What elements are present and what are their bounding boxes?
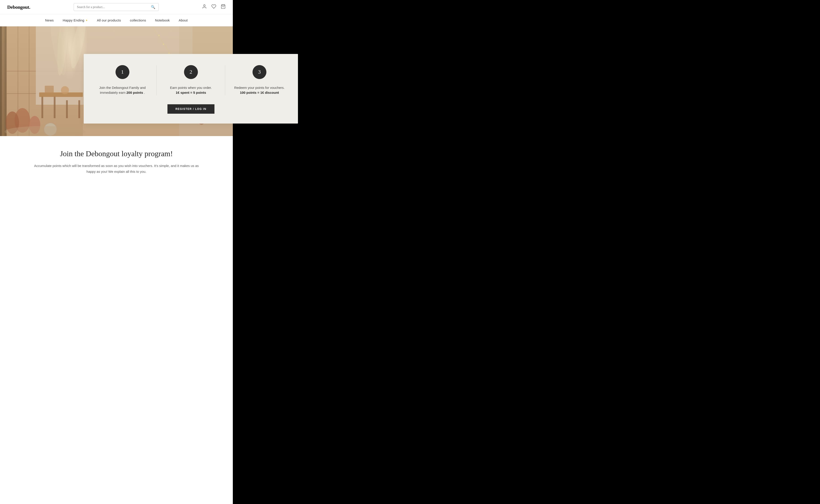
svg-point-38 [163,44,164,45]
loyalty-description: Accumulate points which will be transfor… [31,163,201,174]
svg-point-20 [61,86,69,94]
cart-icon[interactable] [221,4,226,10]
svg-rect-14 [41,96,43,118]
svg-rect-3 [0,26,7,136]
nav-item-happy-ending[interactable]: Happy Ending ✦ [63,18,88,22]
nav-item-news[interactable]: News [45,18,54,22]
svg-point-37 [158,35,160,36]
svg-point-12 [65,26,78,69]
svg-rect-17 [78,100,80,118]
step-3-circle: 3 [253,65,266,79]
step-2: 2 Earn points when you order. 1€ spent =… [161,65,221,95]
search-input[interactable] [77,5,151,9]
main-content: Join the Debongout loyalty program! Accu… [0,136,233,183]
header-icons [202,4,226,10]
steps-row: 1 Join the Debongout Family and immediat… [93,65,289,95]
nav-item-about[interactable]: About [179,18,188,22]
wishlist-icon[interactable] [211,4,216,10]
step-1-text: Join the Debongout Family and immediatel… [93,85,152,95]
step-3-text: Redeem your points for vouchers. 100 poi… [234,85,285,95]
step-1: 1 Join the Debongout Family and immediat… [93,65,152,95]
main-nav: News Happy Ending ✦ All our products col… [0,14,233,26]
svg-point-24 [44,123,57,136]
nav-item-all-products[interactable]: All our products [97,18,121,22]
svg-rect-18 [39,92,83,97]
svg-point-10 [47,26,69,76]
loyalty-title: Join the Debongout loyalty program! [7,149,226,158]
step-2-circle: 2 [184,65,198,79]
hero-section: 1 Join the Debongout Family and immediat… [0,26,233,136]
star-icon: ✦ [85,19,88,22]
nav-item-collections[interactable]: collections [130,18,146,22]
svg-rect-4 [7,26,83,136]
site-header: Debongout. 🔍 [0,0,233,14]
svg-rect-16 [66,100,68,118]
site-logo[interactable]: Debongout. [7,4,30,10]
nav-item-notebook[interactable]: Notebook [155,18,170,22]
svg-point-11 [55,26,70,76]
svg-rect-19 [45,86,54,92]
account-icon[interactable] [202,4,207,10]
step-1-circle: 1 [116,65,129,79]
step-2-text: Earn points when you order. 1€ spent = 5… [170,85,212,95]
svg-point-22 [29,116,40,134]
svg-point-0 [203,5,205,6]
register-button[interactable]: REGISTER / LOG IN [167,104,214,114]
step-divider-2 [225,65,225,95]
svg-rect-15 [54,96,56,118]
svg-point-21 [15,108,30,133]
step-divider-1 [156,65,157,95]
search-icon[interactable]: 🔍 [151,5,155,9]
search-bar[interactable]: 🔍 [74,3,159,11]
svg-point-23 [6,111,19,134]
step-3: 3 Redeem your points for vouchers. 100 p… [230,65,289,95]
svg-point-26 [4,126,85,136]
svg-point-25 [44,123,57,136]
loyalty-card: 1 Join the Debongout Family and immediat… [84,54,298,124]
